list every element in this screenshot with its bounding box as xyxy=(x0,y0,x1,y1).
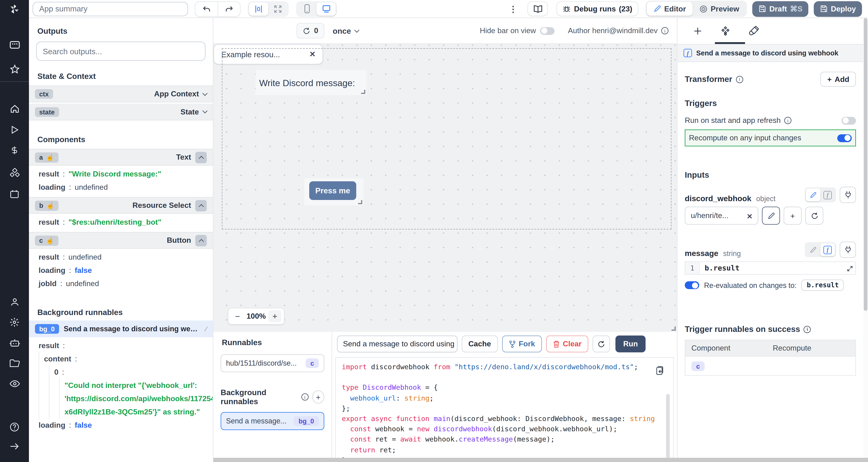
help-icon[interactable] xyxy=(0,421,29,434)
bg0-loading-value: false xyxy=(75,421,92,429)
chevron-down-icon[interactable] xyxy=(202,108,207,113)
runnable-c-badge: c xyxy=(306,358,319,368)
component-row-b[interactable]: b☝ Resource Select xyxy=(29,197,213,214)
resources-icon[interactable] xyxy=(0,166,29,179)
rail-divider xyxy=(0,81,29,82)
bg-runnables-header: Background runnables i + xyxy=(221,388,324,406)
workspace-icon[interactable] xyxy=(0,38,29,51)
more-options-kebab[interactable]: ⋮ xyxy=(507,4,519,14)
bg-runnable-item-selected[interactable]: Send a message... bg_0 xyxy=(221,412,324,430)
chevron-down-icon xyxy=(354,27,360,32)
cache-button[interactable]: Cache xyxy=(462,335,498,352)
press-me-button[interactable]: Press me xyxy=(309,181,356,200)
reeval-toggle[interactable] xyxy=(685,281,699,289)
scrollbar-thumb[interactable] xyxy=(864,18,867,311)
app-summary-input[interactable]: App summary xyxy=(33,2,188,16)
debug-runs-button[interactable]: Debug runs (23) xyxy=(557,1,638,16)
centered-layout-button[interactable] xyxy=(249,2,268,15)
static-pencil-mode-button[interactable] xyxy=(806,243,820,256)
collapse-chevron-button[interactable] xyxy=(195,200,207,211)
undo-button[interactable] xyxy=(195,2,218,16)
refresh-count-button[interactable]: 0 xyxy=(297,23,324,38)
clear-resource-x-icon[interactable]: × xyxy=(747,210,752,221)
users-icon[interactable] xyxy=(0,295,29,308)
refresh-script-button[interactable] xyxy=(592,335,610,352)
schedules-icon[interactable] xyxy=(0,187,29,201)
frequency-dropdown[interactable]: once xyxy=(333,26,359,35)
hide-bar-toggle[interactable] xyxy=(540,27,555,35)
connect-plug-button[interactable] xyxy=(840,187,856,203)
collapse-chevron-button[interactable] xyxy=(195,235,207,246)
edit-resource-pencil-button[interactable] xyxy=(762,207,780,225)
draft-button[interactable]: Draft ⌘S xyxy=(752,1,808,16)
resource-picker-select[interactable]: u/henri/te... × xyxy=(685,207,758,225)
code-scrollbar[interactable] xyxy=(666,394,670,462)
workers-robot-icon[interactable] xyxy=(0,336,29,349)
runs-icon[interactable] xyxy=(0,123,29,136)
copy-code-icon[interactable] xyxy=(656,366,664,375)
col-recompute: Recompute xyxy=(770,344,855,352)
output-row-ctx[interactable]: ctx App Context xyxy=(29,86,213,102)
info-icon: i xyxy=(301,393,308,401)
desktop-view-button[interactable] xyxy=(316,2,336,15)
app-canvas[interactable]: Write Discord message: Example resou... … xyxy=(213,44,677,332)
tab-settings-components-icon[interactable] xyxy=(720,26,731,36)
resize-handle[interactable] xyxy=(672,327,676,331)
clear-button[interactable]: Clear xyxy=(546,335,588,352)
variables-icon[interactable] xyxy=(0,143,29,157)
eval-mode-button[interactable]: f xyxy=(820,189,835,201)
docs-book-icon[interactable] xyxy=(528,1,548,16)
zoom-out-button[interactable]: − xyxy=(231,310,244,322)
reeval-target-chip[interactable]: b.result xyxy=(801,279,844,291)
message-expression-editor[interactable]: 1 b.result xyxy=(685,261,856,275)
text-component-a[interactable]: Write Discord message: xyxy=(255,70,367,95)
output-row-state[interactable]: state State xyxy=(29,104,213,121)
button-component-c-cell[interactable]: Press me xyxy=(304,178,364,205)
tab-preview[interactable]: Preview xyxy=(692,2,746,16)
resize-handle[interactable] xyxy=(361,90,365,94)
windmill-logo-icon[interactable] xyxy=(0,0,29,18)
fork-button[interactable]: Fork xyxy=(502,335,542,352)
fullwidth-layout-button[interactable] xyxy=(268,2,287,15)
mobile-view-button[interactable] xyxy=(297,2,316,15)
window-vertical-scrollbar[interactable] xyxy=(863,18,868,462)
deploy-button[interactable]: Deploy xyxy=(814,1,862,16)
message-field-type: string xyxy=(723,250,741,258)
static-pencil-mode-button[interactable] xyxy=(806,189,820,201)
redo-button[interactable] xyxy=(218,2,240,16)
zoom-in-button[interactable]: + xyxy=(268,310,281,322)
collapse-arrow-icon[interactable] xyxy=(0,440,29,453)
code-editor[interactable]: import discordwebhook from "https://deno… xyxy=(335,357,674,462)
bottom-horizontal-scrollbar[interactable] xyxy=(213,458,868,462)
eval-mode-button[interactable]: f xyxy=(820,243,835,256)
connect-plug-button[interactable] xyxy=(840,241,856,258)
tab-insert-plus-icon[interactable] xyxy=(693,27,702,36)
add-transformer-button[interactable]: + Add xyxy=(820,72,856,87)
component-row-c[interactable]: c☝ Button xyxy=(29,232,213,249)
search-outputs-input[interactable]: Search outputs... xyxy=(36,41,206,61)
refresh-resource-button[interactable] xyxy=(805,207,824,225)
add-resource-button[interactable]: + xyxy=(784,207,802,225)
home-icon[interactable] xyxy=(0,102,29,116)
audit-eye-icon[interactable] xyxy=(0,377,29,390)
tab-theme-brush-icon[interactable] xyxy=(749,26,759,36)
run-button[interactable]: Run xyxy=(615,335,646,352)
script-name-input[interactable]: Send a message to discord using xyxy=(337,335,458,352)
component-row-a[interactable]: a☝ Text xyxy=(29,149,213,166)
folders-icon[interactable] xyxy=(0,357,29,370)
chevron-down-icon[interactable] xyxy=(202,91,207,96)
recompute-any-toggle[interactable] xyxy=(837,134,852,142)
runnable-item-c[interactable]: hub/1511/discord/se... c xyxy=(221,354,324,372)
expand-editor-icon[interactable] xyxy=(845,264,855,273)
resize-handle[interactable] xyxy=(358,200,362,204)
add-bg-runnable-button[interactable]: + xyxy=(312,390,324,403)
ctx-badge: ctx xyxy=(35,89,53,99)
collapse-chevron-button[interactable] xyxy=(195,152,207,163)
edit-pencil-icon[interactable]: ∕ xyxy=(206,325,207,332)
tab-editor[interactable]: Editor xyxy=(647,2,692,16)
bg0-row[interactable]: bg_0 Send a message to discord using web… xyxy=(29,321,213,337)
run-on-start-toggle[interactable] xyxy=(841,117,856,125)
debug-runs-label: Debug runs xyxy=(574,5,616,13)
favorites-star-icon[interactable] xyxy=(0,63,29,76)
settings-gear-icon[interactable] xyxy=(0,316,29,329)
